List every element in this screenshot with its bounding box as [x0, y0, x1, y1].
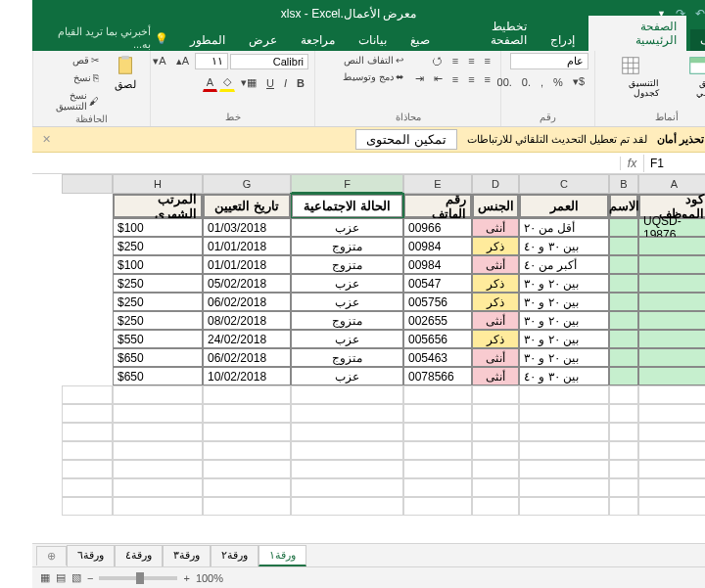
- sheet-tab[interactable]: ورقة٣: [130, 545, 178, 566]
- table-header[interactable]: رقم الهاتف: [371, 194, 440, 218]
- table-cell[interactable]: بين ٢٠ و ٣٠: [487, 311, 577, 330]
- table-cell[interactable]: [577, 330, 606, 348]
- font-color-button[interactable]: A: [170, 74, 185, 92]
- table-cell[interactable]: بين ٢٠ و ٣٠: [487, 293, 577, 311]
- table-cell[interactable]: 002655: [371, 311, 440, 330]
- table-cell[interactable]: أنثى: [440, 311, 487, 330]
- format-as-table-button[interactable]: التنسيق كجدول: [569, 53, 629, 100]
- tab-developer[interactable]: المطور: [148, 29, 203, 51]
- table-cell[interactable]: $250: [80, 274, 170, 293]
- shrink-font-icon[interactable]: A▾: [117, 53, 137, 69]
- tell-me[interactable]: 💡أخبرني بما تريد القيام به...: [0, 25, 144, 51]
- table-cell[interactable]: بين ٢٠ و ٣٠: [487, 330, 577, 348]
- table-cell[interactable]: 00984: [371, 255, 440, 274]
- table-cell[interactable]: بين ٢٠ و ٣٠: [487, 348, 577, 367]
- table-cell[interactable]: متزوج: [258, 255, 371, 274]
- table-header[interactable]: المرتب الشهري: [80, 194, 170, 218]
- table-cell[interactable]: [606, 293, 678, 311]
- tab-review[interactable]: مراجعة: [258, 29, 312, 51]
- table-cell[interactable]: 05/02/2018: [170, 274, 258, 293]
- sheet-tab[interactable]: ورقة٤: [82, 545, 130, 566]
- align-center-icon[interactable]: ≡: [432, 71, 446, 87]
- save-icon[interactable]: [682, 5, 697, 23]
- table-cell[interactable]: متزوج: [258, 237, 371, 255]
- table-cell[interactable]: 005463: [371, 348, 440, 367]
- table-cell[interactable]: 00547: [371, 274, 440, 293]
- table-cell[interactable]: أنثى: [440, 367, 487, 385]
- col-header[interactable]: F: [258, 174, 371, 194]
- indent-inc-icon[interactable]: ⇤: [398, 70, 414, 87]
- undo-icon[interactable]: ↶: [663, 7, 673, 21]
- align-bottom-icon[interactable]: ≡: [416, 53, 430, 68]
- tab-layout[interactable]: تخطيط الصفحة: [411, 16, 504, 51]
- table-cell[interactable]: 01/01/2018: [170, 237, 258, 255]
- bold-button[interactable]: B: [260, 75, 276, 91]
- table-cell[interactable]: 01/01/2018: [170, 255, 258, 274]
- table-cell[interactable]: ذكر: [440, 330, 487, 348]
- table-cell[interactable]: 24/02/2018: [170, 330, 258, 348]
- table-cell[interactable]: $650: [80, 348, 170, 367]
- table-cell[interactable]: عزب: [258, 293, 371, 311]
- table-cell[interactable]: أنثى: [440, 348, 487, 367]
- inc-dec-icon[interactable]: .0: [486, 74, 502, 90]
- table-cell[interactable]: 08/02/2018: [170, 311, 258, 330]
- conditional-formatting-button[interactable]: التنسيق الشرطي: [633, 53, 699, 100]
- table-cell[interactable]: $250: [80, 237, 170, 255]
- align-left-icon[interactable]: ≡: [416, 71, 430, 87]
- enable-content-button[interactable]: تمكين المحتوى: [323, 129, 425, 150]
- table-cell[interactable]: متزوج: [258, 348, 371, 367]
- table-cell[interactable]: [577, 293, 606, 311]
- sheet-tab[interactable]: ورقة٦: [34, 545, 82, 566]
- align-middle-icon[interactable]: ≡: [432, 53, 446, 68]
- tab-formulas[interactable]: صيغ: [368, 29, 407, 51]
- sheet-tab[interactable]: ورقة١: [226, 545, 274, 566]
- table-cell[interactable]: 005656: [371, 330, 440, 348]
- table-cell[interactable]: [577, 367, 606, 385]
- fx-icon[interactable]: fx: [588, 157, 611, 170]
- spreadsheet-grid[interactable]: ABCDEFGH1كود الموظفالاسمالعمرالجنسرقم ال…: [0, 174, 705, 558]
- table-cell[interactable]: $100: [80, 255, 170, 274]
- table-cell[interactable]: عزب: [258, 367, 371, 385]
- table-cell[interactable]: 01/03/2018: [170, 218, 258, 237]
- grow-font-icon[interactable]: A▴: [140, 53, 161, 69]
- table-header[interactable]: تاريخ التعيين: [170, 194, 258, 218]
- table-cell[interactable]: [606, 274, 678, 293]
- col-header[interactable]: D: [440, 174, 487, 194]
- comma-icon[interactable]: ,: [504, 74, 515, 90]
- table-cell[interactable]: 00966: [371, 218, 440, 237]
- zoom-level[interactable]: 100%: [164, 572, 191, 584]
- table-cell[interactable]: أقل من ٢٠: [487, 218, 577, 237]
- format-painter-button[interactable]: 🖌 نسخ التنسيق: [7, 88, 70, 113]
- table-cell[interactable]: أكبر من ٤٠: [487, 255, 577, 274]
- formula-input[interactable]: [0, 161, 588, 165]
- table-cell[interactable]: أنثى: [440, 218, 487, 237]
- table-cell[interactable]: $100: [80, 218, 170, 237]
- zoom-out-icon[interactable]: −: [55, 572, 61, 584]
- number-format[interactable]: عام: [478, 53, 556, 69]
- table-cell[interactable]: بين ٣٠ و ٤٠: [487, 367, 577, 385]
- border-button[interactable]: ▦▾: [205, 74, 228, 91]
- align-top-icon[interactable]: ≡: [448, 53, 462, 68]
- table-header[interactable]: الاسم: [577, 194, 606, 218]
- table-cell[interactable]: متزوج: [258, 311, 371, 330]
- cut-button[interactable]: ✂ قص: [7, 53, 70, 68]
- table-cell[interactable]: $250: [80, 293, 170, 311]
- merge-button[interactable]: ⬌ دمج وتوسيط: [306, 69, 375, 84]
- zoom-slider[interactable]: [67, 576, 145, 580]
- new-sheet-button[interactable]: ⊕: [4, 546, 34, 565]
- table-header[interactable]: العمر: [487, 194, 577, 218]
- table-cell[interactable]: عزب: [258, 218, 371, 237]
- name-box[interactable]: F1: [611, 155, 705, 172]
- tab-home[interactable]: الصفحة الرئيسية: [556, 16, 654, 51]
- zoom-in-icon[interactable]: +: [151, 572, 157, 584]
- underline-button[interactable]: U: [230, 75, 246, 91]
- table-cell[interactable]: [606, 255, 678, 274]
- table-cell[interactable]: ذكر: [440, 237, 487, 255]
- copy-button[interactable]: ⎘ نسخ: [7, 70, 70, 85]
- table-cell[interactable]: 06/02/2018: [170, 293, 258, 311]
- percent-icon[interactable]: %: [517, 74, 535, 90]
- table-cell[interactable]: [606, 330, 678, 348]
- table-cell[interactable]: ذكر: [440, 274, 487, 293]
- indent-dec-icon[interactable]: ⇥: [379, 70, 396, 87]
- table-cell[interactable]: [577, 274, 606, 293]
